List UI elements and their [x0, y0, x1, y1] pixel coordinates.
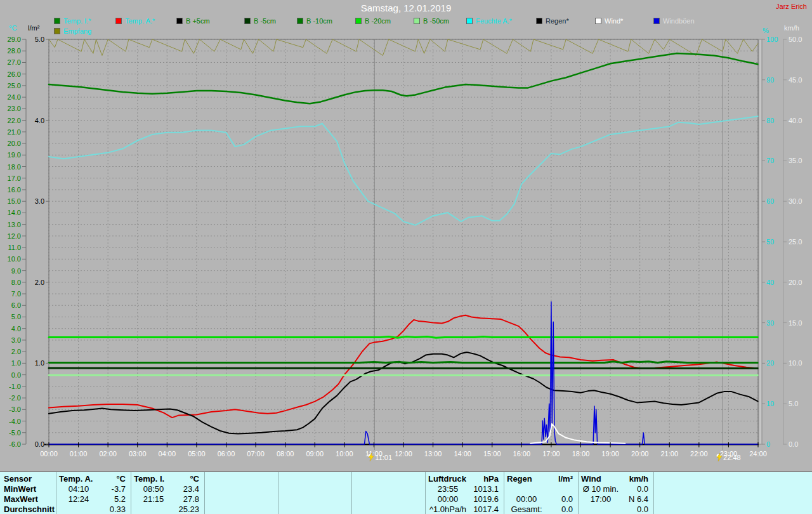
- kmh-tick-label: 5.0: [789, 400, 798, 407]
- kmh-tick-label: 25.0: [789, 238, 802, 246]
- percent-tick-label: 70: [766, 157, 774, 164]
- table-value: N 6.4: [578, 494, 648, 504]
- hour-tick-label: 22:00: [690, 450, 708, 458]
- series-b_minus10: [49, 362, 758, 363]
- celsius-tick-label: -6.0: [9, 440, 21, 448]
- hour-tick-label: 10:00: [336, 450, 353, 458]
- table-value: 0.0: [504, 494, 573, 504]
- table-col-unit: km/h: [578, 474, 648, 484]
- percent-tick-label: 60: [766, 197, 774, 205]
- kmh-tick-label: 10.0: [789, 359, 802, 367]
- table-row-label: MinWert: [4, 484, 55, 494]
- kmh-tick-label: 50.0: [789, 36, 802, 43]
- table-separator: [351, 472, 352, 514]
- hour-tick-label: 21:00: [660, 450, 678, 458]
- celsius-tick-label: 8.0: [11, 279, 21, 286]
- celsius-tick-label: 4.0: [11, 325, 21, 333]
- table-value: 1017.4: [425, 504, 499, 514]
- table-value: 0.0: [578, 504, 648, 514]
- table-value: -3.7: [56, 484, 126, 494]
- table-separator: [653, 472, 654, 514]
- hour-tick-label: 02:00: [99, 450, 117, 458]
- hour-tick-label: 00:00: [40, 450, 58, 458]
- hour-tick-label: 17:00: [542, 450, 560, 458]
- hour-tick-label: 20:00: [631, 450, 649, 458]
- lm2-tick-label: 5.0: [35, 36, 44, 43]
- hour-tick-label: 06:00: [218, 450, 235, 458]
- percent-tick-label: 0: [766, 440, 770, 448]
- table-value: 1019.6: [425, 494, 499, 504]
- kmh-tick-label: 20.0: [789, 279, 802, 286]
- celsius-tick-label: 9.0: [11, 267, 21, 275]
- hour-tick-label: 07:00: [247, 450, 265, 458]
- celsius-tick-label: 20.0: [8, 140, 21, 147]
- event-marker: 22:48: [716, 453, 741, 461]
- series-b_minus20: [49, 337, 758, 338]
- hour-tick-label: 03:00: [129, 450, 147, 458]
- celsius-tick-label: 1.0: [11, 359, 21, 367]
- lm2-tick-label: 4.0: [35, 117, 44, 124]
- celsius-tick-label: 12.0: [8, 232, 21, 240]
- celsius-tick-label: 26.0: [8, 70, 21, 78]
- percent-tick-label: 20: [766, 359, 774, 367]
- percent-tick-label: 50: [766, 238, 774, 246]
- table-separator: [204, 472, 205, 514]
- celsius-tick-label: 21.0: [8, 128, 21, 136]
- event-marker-label: 11:01: [375, 454, 392, 461]
- celsius-tick-label: 7.0: [11, 290, 21, 298]
- celsius-tick-label: -4.0: [9, 418, 21, 425]
- lightning-icon: [368, 453, 374, 461]
- celsius-tick-label: -2.0: [9, 394, 21, 402]
- plot-right-bar: [759, 39, 762, 444]
- celsius-tick-label: 29.0: [8, 36, 21, 43]
- lm2-tick-label: 0.0: [35, 440, 44, 448]
- series-b_plus5: [49, 352, 758, 434]
- celsius-tick-label: 24.0: [8, 93, 21, 101]
- weather-station-window: Samstag, 12.01.2019 Jarz Erich °C l/m² %…: [0, 0, 812, 514]
- celsius-tick-label: 27.0: [8, 58, 21, 66]
- celsius-tick-label: -3.0: [9, 405, 21, 413]
- celsius-tick-label: 23.0: [8, 105, 21, 112]
- kmh-tick-label: 30.0: [789, 197, 802, 205]
- table-col-unit: °C: [131, 474, 199, 484]
- lm2-tick-label: 3.0: [35, 197, 44, 205]
- lm2-tick-label: 1.0: [35, 359, 44, 367]
- kmh-tick-label: 40.0: [789, 117, 802, 124]
- celsius-tick-label: 16.0: [8, 186, 21, 194]
- kmh-tick-label: 35.0: [789, 157, 802, 164]
- table-col-unit: °C: [56, 474, 126, 484]
- hour-tick-label: 19:00: [601, 450, 619, 458]
- hour-tick-label: 15:00: [483, 450, 501, 458]
- table-row-label: Durchschnitt: [4, 504, 55, 514]
- table-value: 0.0: [504, 504, 573, 514]
- hour-tick-label: 14:00: [454, 450, 471, 458]
- hour-tick-label: 05:00: [188, 450, 206, 458]
- kmh-tick-label: 45.0: [789, 76, 802, 84]
- hour-tick-label: 04:00: [159, 450, 176, 458]
- table-separator: [278, 472, 278, 514]
- celsius-tick-label: 11.0: [8, 244, 21, 251]
- hour-tick-label: 16:00: [513, 450, 531, 458]
- event-marker: 11:01: [368, 453, 392, 461]
- celsius-tick-label: 6.0: [11, 301, 21, 309]
- event-marker-label: 22:48: [723, 454, 741, 461]
- percent-tick-label: 90: [766, 76, 774, 84]
- celsius-tick-label: 15.0: [8, 197, 21, 205]
- hour-tick-label: 13:00: [424, 450, 442, 458]
- celsius-tick-label: 28.0: [8, 47, 21, 55]
- celsius-tick-label: 10.0: [8, 255, 21, 263]
- celsius-tick-label: 14.0: [8, 209, 21, 216]
- celsius-tick-label: 13.0: [8, 221, 21, 228]
- percent-tick-label: 40: [766, 279, 774, 286]
- kmh-tick-label: 15.0: [789, 319, 802, 327]
- kmh-tick-label: 0.0: [789, 440, 798, 448]
- chart-plot: 29.028.027.026.025.024.023.022.021.020.0…: [0, 0, 812, 470]
- table-value: 23.4: [131, 484, 199, 494]
- celsius-tick-label: 0.0: [11, 371, 21, 379]
- celsius-tick-label: 5.0: [11, 313, 21, 320]
- table-col-unit: l/m²: [504, 474, 573, 484]
- hour-tick-label: 08:00: [277, 450, 294, 458]
- stats-table: SensorMinWertMaxWertDurchschnittTemp. A.…: [0, 471, 812, 514]
- hour-tick-label: 09:00: [306, 450, 324, 458]
- lightning-icon: [716, 453, 723, 461]
